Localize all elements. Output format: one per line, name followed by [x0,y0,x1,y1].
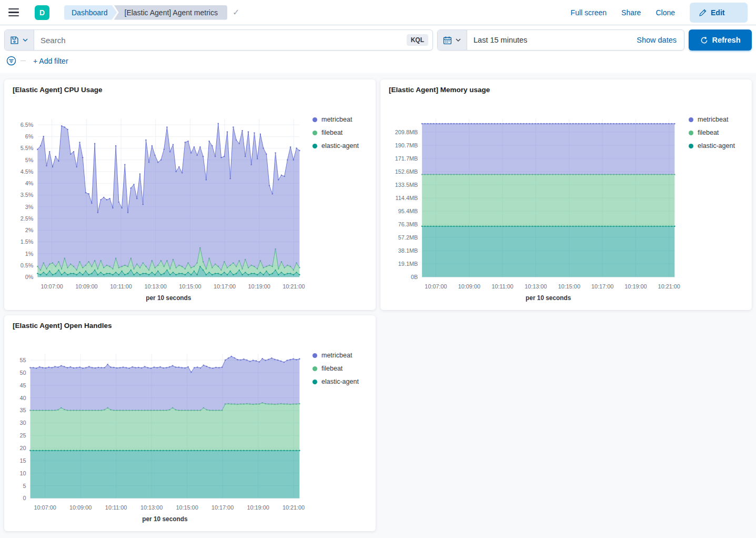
menu-icon[interactable] [8,6,21,19]
svg-text:10:13:00: 10:13:00 [525,283,547,290]
share-link[interactable]: Share [621,8,641,17]
app-header: D Dashboard [Elastic Agent] Agent metric… [0,0,756,25]
full-screen-link[interactable]: Full screen [571,8,607,17]
clone-link[interactable]: Clone [656,8,675,17]
breadcrumb: Dashboard [Elastic Agent] Agent metrics … [64,5,239,20]
svg-text:20: 20 [19,445,26,451]
svg-text:40: 40 [19,395,26,401]
svg-text:4.5%: 4.5% [21,168,34,175]
svg-text:10:15:00: 10:15:00 [176,504,198,511]
legend-item-filebeat[interactable]: filebeat [689,129,748,136]
legend-item-filebeat[interactable]: filebeat [313,365,371,372]
svg-text:10:19:00: 10:19:00 [248,283,270,290]
legend-item-elastic-agent[interactable]: elastic-agent [313,142,371,150]
svg-text:38.1MB: 38.1MB [398,247,418,254]
legend-item-metricbeat[interactable]: metricbeat [689,116,748,123]
edit-button-label: Edit [711,8,724,17]
cpu-usage-chart[interactable]: 6.5%6%5.5%5%4.5%4%3.5%3%2.5%2%1.5%1%0.5%… [8,97,313,306]
legend-label: filebeat [698,129,719,136]
legend-label: elastic-agent [321,378,359,385]
svg-text:0: 0 [23,495,26,501]
svg-text:10:19:00: 10:19:00 [624,283,647,290]
search-box: KQL [4,29,433,51]
panel-open-handles: [Elastic Agent] Open Handles 55504540353… [4,315,376,531]
legend-item-filebeat[interactable]: filebeat [313,129,371,136]
filter-bar: + Add filter [0,51,756,73]
legend-label: elastic-agent [698,142,735,150]
panel-memory-usage: [Elastic Agent] Memory usage 209.8MB190.… [380,79,752,310]
legend-item-elastic-agent[interactable]: elastic-agent [313,378,371,385]
legend-label: metricbeat [321,352,352,359]
svg-text:10:15:00: 10:15:00 [558,283,580,290]
svg-text:10:15:00: 10:15:00 [179,283,201,290]
svg-text:6.5%: 6.5% [21,122,34,128]
svg-text:10:13:00: 10:13:00 [145,283,167,290]
svg-text:10:21:00: 10:21:00 [283,504,305,511]
legend-dot [313,353,317,358]
breadcrumb-dashboard[interactable]: Dashboard [64,5,117,20]
legend-item-metricbeat[interactable]: metricbeat [313,352,371,359]
legend-dot [689,144,693,148]
chart-legend: metricbeatfilebeatelastic-agent [313,97,371,306]
save-icon [10,36,19,45]
chart-legend: metricbeatfilebeatelastic-agent [689,97,748,306]
legend-item-elastic-agent[interactable]: elastic-agent [689,142,748,150]
svg-text:0%: 0% [25,274,34,280]
refresh-button[interactable]: Refresh [689,29,752,51]
show-dates-link[interactable]: Show dates [637,36,677,44]
svg-text:per 10 seconds: per 10 seconds [526,294,571,302]
edit-button[interactable]: Edit [690,3,748,23]
svg-text:10:21:00: 10:21:00 [658,283,680,290]
add-filter-link[interactable]: + Add filter [33,57,68,65]
saved-check-icon: ✓ [233,7,239,17]
filter-options-icon[interactable] [6,56,16,66]
time-range-value[interactable]: Last 15 minutes [467,36,637,44]
svg-text:10:07:00: 10:07:00 [34,504,56,511]
panel-cpu-usage: [Elastic Agent] CPU Usage 6.5%6%5.5%5%4.… [4,79,376,310]
legend-label: metricbeat [698,116,728,123]
legend-dot [313,366,317,371]
svg-text:76.3MB: 76.3MB [398,221,418,227]
svg-text:209.8MB: 209.8MB [395,129,418,135]
svg-text:10:11:00: 10:11:00 [110,283,132,290]
legend-dot [313,380,317,384]
svg-text:3%: 3% [25,204,34,210]
svg-text:50: 50 [19,370,26,376]
legend-dot [313,117,317,122]
chevron-down-icon [22,37,28,43]
svg-text:10:11:00: 10:11:00 [105,504,127,511]
svg-text:10:09:00: 10:09:00 [75,283,97,290]
chart-legend: metricbeatfilebeatelastic-agent [313,333,371,527]
svg-text:5.5%: 5.5% [21,145,34,151]
dashboard-app-badge[interactable]: D [35,5,49,20]
kql-badge[interactable]: KQL [407,34,428,46]
svg-text:171.7MB: 171.7MB [395,155,418,162]
svg-text:6%: 6% [25,133,34,140]
svg-text:10:13:00: 10:13:00 [140,504,163,511]
legend-dot [689,131,693,135]
svg-text:133.5MB: 133.5MB [395,182,418,188]
memory-usage-chart[interactable]: 209.8MB190.7MB171.7MB152.6MB133.5MB114.4… [385,97,689,306]
header-actions: Full screen Share Clone Edit [571,3,748,23]
calendar-menu[interactable] [438,30,467,50]
svg-text:10:21:00: 10:21:00 [283,283,305,290]
legend-item-metricbeat[interactable]: metricbeat [313,116,371,123]
svg-text:2%: 2% [25,227,34,233]
svg-text:10:17:00: 10:17:00 [591,283,613,290]
svg-text:19.1MB: 19.1MB [398,261,418,267]
svg-text:5: 5 [23,483,26,489]
svg-text:0B: 0B [411,274,418,280]
svg-text:10:07:00: 10:07:00 [41,283,63,290]
svg-text:10:07:00: 10:07:00 [425,283,447,290]
search-input[interactable] [34,36,407,45]
svg-text:30: 30 [19,420,26,426]
chevron-down-icon [455,37,461,43]
open-handles-chart[interactable]: 555045403530252015105010:07:0010:09:0010… [8,333,313,527]
svg-text:25: 25 [19,432,26,439]
breadcrumb-current-dashboard[interactable]: [Elastic Agent] Agent metrics [114,5,227,20]
saved-query-menu[interactable] [5,30,34,50]
svg-text:95.4MB: 95.4MB [398,208,418,214]
refresh-button-label: Refresh [712,36,741,44]
svg-text:55: 55 [19,357,26,363]
svg-text:45: 45 [19,382,26,388]
